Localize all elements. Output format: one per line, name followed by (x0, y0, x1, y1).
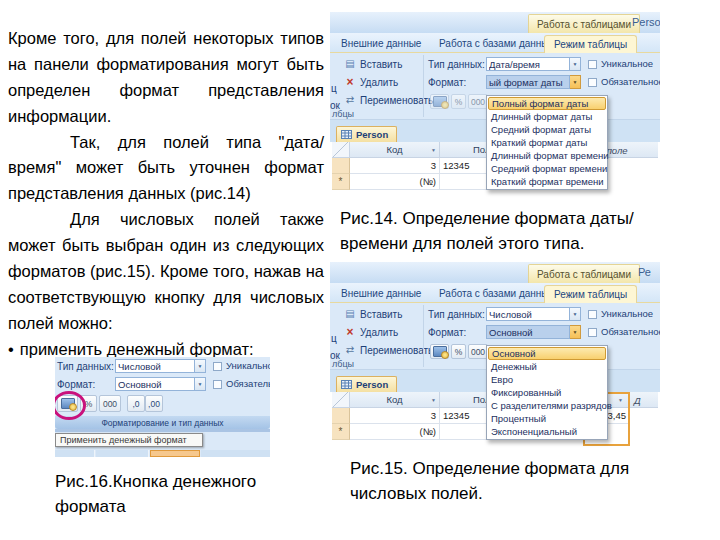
fig14-unique-checkbox[interactable] (588, 60, 597, 69)
chevron-down-icon: ▼ (573, 79, 578, 85)
fig15-thousands-button[interactable]: 000 (468, 344, 488, 359)
fig15-newrow-selector[interactable]: * (332, 424, 350, 440)
fig15-type-label: Тип данных: (428, 309, 485, 320)
fig14-cell-id[interactable]: 3 (350, 158, 440, 174)
body-text: Кроме того, для полей некоторых типов на… (8, 26, 324, 363)
dropdown-item[interactable]: Средний формат даты (488, 123, 606, 136)
fig15-type-combo-arrow[interactable]: ▼ (570, 307, 581, 321)
fig15-unique-checkbox[interactable] (588, 310, 597, 319)
fig16-required-checkbox[interactable] (213, 380, 222, 389)
dropdown-item[interactable]: Основной (488, 347, 606, 360)
fig14-table-tab[interactable]: Person (336, 126, 397, 142)
fig14-type-combo[interactable]: Дата/время (486, 57, 570, 71)
fig14-rename-button[interactable]: ⇄ Переименовать (344, 93, 433, 107)
chevron-down-icon: ▼ (573, 329, 578, 335)
fig15-cell-id[interactable]: 3 (350, 408, 440, 424)
fig15-window-title: Ре (638, 266, 651, 278)
fig14-format-combo-arrow[interactable]: ▼ (570, 75, 581, 89)
fig16-type-value: Числовой (118, 361, 192, 372)
fig15-percent-button[interactable]: % (451, 344, 466, 359)
dropdown-item[interactable]: Полный формат даты (488, 97, 606, 110)
fig16-table-sliver (96, 450, 149, 457)
fig16-unique-label: Уникальное (226, 360, 270, 371)
fig16-type-combo[interactable]: Числовой (115, 359, 195, 373)
fig15-column-header-id[interactable]: Код ▼ (350, 392, 440, 408)
fig15-row1-selector[interactable] (332, 408, 350, 424)
dropdown-item[interactable]: Краткий формат времени (488, 175, 606, 188)
fig14-window-title: Person (632, 16, 660, 28)
fig14-percent-button[interactable]: % (451, 94, 466, 109)
fig15-currency-button[interactable] (430, 344, 449, 359)
fig15-selector-header[interactable] (332, 392, 350, 408)
dropdown-item[interactable]: Длинный формат времени (488, 149, 606, 162)
dropdown-item[interactable]: Евро (488, 373, 606, 386)
fig15-table-tab[interactable]: Person (336, 376, 397, 392)
dropdown-item[interactable]: Средний формат времени (488, 162, 606, 175)
fig14-column-header-id[interactable]: Код ▼ (350, 142, 440, 158)
fig16-format-label: Формат: (57, 379, 95, 390)
fig14-format-combo[interactable]: ый формат даты (486, 75, 570, 89)
fig15-insert-button[interactable]: ▤ Вставить (344, 307, 402, 321)
fig15-format-dropdown: Основной Денежный Евро Фиксированный С р… (486, 345, 608, 440)
fig16-type-combo-arrow[interactable]: ▼ (195, 359, 206, 373)
fig15-tab-external-data[interactable]: Внешние данные (332, 285, 430, 302)
fig15-clipped-text-1: ц (331, 333, 337, 344)
fig14-tab-datasheet[interactable]: Режим таблицы (544, 35, 637, 53)
chevron-down-icon: ▼ (431, 397, 436, 403)
fig15-tab-database-tools[interactable]: Работа с базами данных (430, 285, 563, 302)
dropdown-item[interactable]: Экспоненциальный (488, 425, 606, 438)
dropdown-item[interactable]: С разделителями разрядов (488, 399, 606, 412)
fig14-thousands-button[interactable]: 000 (468, 94, 488, 109)
fig15-format-combo[interactable]: Основной (486, 325, 570, 339)
fig14-required-checkbox[interactable] (588, 78, 597, 87)
fig16-unique-checkbox[interactable] (213, 362, 222, 371)
chevron-down-icon: ▼ (573, 311, 578, 317)
fig14-type-combo-arrow[interactable]: ▼ (570, 57, 581, 71)
dropdown-item[interactable]: Краткий формат даты (488, 136, 606, 149)
fig14-tab-database-tools[interactable]: Работа с базами данных (430, 35, 563, 52)
fig16-increase-decimals-button[interactable]: ,0 (127, 395, 145, 412)
dropdown-item[interactable]: Фиксированный (488, 386, 606, 399)
fig14-currency-button[interactable] (430, 94, 449, 109)
rename-icon: ⇄ (344, 95, 356, 105)
dropdown-item[interactable]: Длинный формат даты (488, 110, 606, 123)
fig15-newrow-id[interactable]: (№) (350, 424, 440, 440)
fig15-format-label: Формат: (428, 327, 466, 338)
table-icon (341, 130, 352, 139)
fig14-format-value: ый формат даты (489, 77, 567, 88)
fig14-delete-button[interactable]: × Удалить (344, 75, 398, 89)
fig15-delete-label: Удалить (360, 327, 398, 338)
fig16-thousands-button[interactable]: 000 (99, 395, 121, 412)
fig16-format-combo-arrow[interactable]: ▼ (195, 377, 206, 391)
slide: Кроме того, для полей некоторых типов на… (0, 0, 720, 540)
fig14-newrow-id[interactable]: (№) (350, 174, 440, 190)
fig16-format-combo[interactable]: Основной (115, 377, 195, 391)
dropdown-item[interactable]: Денежный (488, 360, 606, 373)
fig14-tab-external-data[interactable]: Внешние данные (332, 35, 430, 52)
fig14-contextual-tab[interactable]: Работа с таблицами (528, 14, 640, 33)
fig14-titlebar: Работа с таблицами Person (330, 12, 660, 33)
fig15-contextual-tab[interactable]: Работа с таблицами (528, 264, 640, 283)
chevron-down-icon: ▼ (618, 397, 623, 403)
fig14-row1-selector[interactable] (332, 158, 350, 174)
new-record-icon: * (339, 176, 343, 187)
fig14-caption: Рис.14. Определение формата даты/времени… (340, 207, 645, 256)
fig15-delete-button[interactable]: × Удалить (344, 325, 398, 339)
fig15-format-combo-arrow[interactable]: ▼ (570, 325, 581, 339)
fig14-insert-button[interactable]: ▤ Вставить (344, 57, 402, 71)
fig15-rename-button[interactable]: ⇄ Переименовать (344, 343, 433, 357)
dropdown-item[interactable]: Процентный (488, 412, 606, 425)
fig15-required-checkbox[interactable] (588, 328, 597, 337)
rename-icon: ⇄ (344, 345, 356, 355)
fig16-caption: Рис.16.Кнопка денежного формата (55, 470, 280, 519)
fig15-tab-datasheet[interactable]: Режим таблицы (544, 285, 637, 303)
fig14-unique-label: Уникальное (601, 58, 653, 69)
fig16-decrease-decimals-button[interactable]: ,00 (145, 395, 163, 412)
fig16-group-bar: Форматирование и тип данных (55, 416, 270, 429)
fig15-unique-label: Уникальное (601, 308, 653, 319)
bullet-marker: • (8, 337, 14, 363)
fig14-newrow-selector[interactable]: * (332, 174, 350, 190)
fig15-type-combo[interactable]: Числовой (486, 307, 570, 321)
fig15-screenshot: Работа с таблицами Ре Внешние данные Раб… (330, 262, 660, 450)
fig14-selector-header[interactable] (332, 142, 350, 158)
